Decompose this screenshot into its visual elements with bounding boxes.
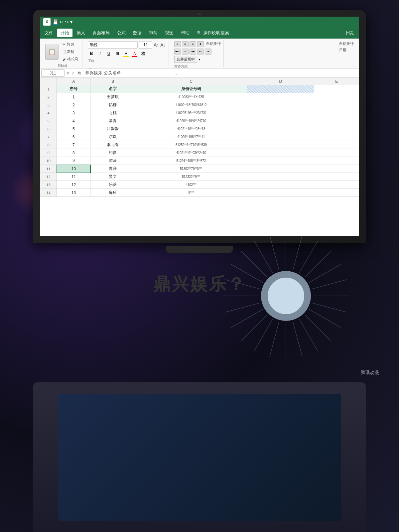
special-format-button[interactable]: 格: [140, 50, 147, 57]
cell-e[interactable]: [314, 157, 359, 165]
cell-id[interactable]: 41029**198**7***11: [135, 133, 247, 141]
menu-formula[interactable]: 公式: [114, 29, 129, 37]
cell-id[interactable]: 410225195****234731: [135, 109, 247, 117]
cell-d[interactable]: [247, 157, 314, 165]
underline-button[interactable]: U: [105, 50, 112, 57]
format-painter-button[interactable]: 🖌 格式刷: [61, 56, 79, 62]
cell-e[interactable]: [314, 93, 359, 101]
cell-d[interactable]: [247, 117, 314, 125]
cell-e[interactable]: [314, 189, 359, 197]
cell-d[interactable]: [247, 173, 314, 181]
save-icon[interactable]: 💾: [53, 19, 58, 25]
align-left[interactable]: ⬅≡: [174, 49, 181, 55]
cell-name[interactable]: 之桃: [90, 109, 135, 117]
cell-name[interactable]: 忆柳: [90, 101, 135, 109]
cell-seq[interactable]: 9: [57, 157, 90, 165]
menu-data[interactable]: 数据: [130, 29, 145, 37]
align-top-center[interactable]: ≡: [182, 41, 189, 47]
cell-seq[interactable]: 4: [57, 117, 90, 125]
cell-name[interactable]: 尔岚: [90, 133, 135, 141]
paste-button[interactable]: 📋: [45, 44, 59, 60]
col-header-c[interactable]: C: [135, 78, 247, 85]
cell-name[interactable]: 痴环: [90, 189, 135, 197]
menu-search[interactable]: 🔍 操作说明搜索: [194, 29, 232, 37]
menu-page-layout[interactable]: 页面布局: [89, 29, 113, 37]
cell-id[interactable]: 41021419****23**18: [135, 125, 247, 133]
cell-e[interactable]: [314, 141, 359, 149]
fill-color-button[interactable]: A: [122, 50, 130, 57]
border-button[interactable]: ⊞: [114, 50, 121, 57]
cell-seq[interactable]: 3: [57, 109, 90, 117]
cell-seq[interactable]: 1: [57, 93, 90, 101]
cell-e[interactable]: [314, 117, 359, 125]
col-header-e[interactable]: E: [314, 78, 359, 85]
cell-id[interactable]: 51291**198***3**572: [135, 157, 247, 165]
align-top-right[interactable]: ≡: [190, 41, 196, 47]
cell-name[interactable]: 初夏: [90, 149, 135, 157]
cancel-icon[interactable]: ✕: [66, 70, 70, 76]
menu-file[interactable]: 文件: [41, 29, 57, 37]
cell-d[interactable]: [247, 93, 314, 101]
menu-home[interactable]: 开始: [57, 29, 72, 37]
bold-button[interactable]: B: [88, 50, 95, 57]
cell-name[interactable]: 慕青: [90, 117, 135, 125]
cell-d[interactable]: [247, 133, 314, 141]
cell-d[interactable]: [247, 125, 314, 133]
cell-id[interactable]: 51302**79**0***: [135, 165, 247, 173]
font-shrink[interactable]: A↓: [160, 42, 166, 48]
cell-seq[interactable]: 7: [57, 141, 90, 149]
cell-name[interactable]: 李元春: [90, 141, 135, 149]
cell-e[interactable]: [314, 173, 359, 181]
font-color-button[interactable]: A: [131, 50, 138, 57]
cell-e[interactable]: [314, 165, 359, 173]
cell-seq[interactable]: 13: [57, 189, 90, 197]
cell-seq[interactable]: 12: [57, 181, 90, 189]
cell-e[interactable]: [314, 125, 359, 133]
cell-name[interactable]: 傲珊: [90, 165, 135, 173]
menu-help[interactable]: 帮助: [178, 29, 193, 37]
redo-icon[interactable]: ↪: [65, 19, 69, 25]
undo-icon[interactable]: ↩: [60, 19, 64, 25]
cell-id[interactable]: 4102***: [135, 181, 247, 189]
cell-id[interactable]: 51259**1**710*9**539: [135, 141, 247, 149]
cell-id[interactable]: 41021***9**C9**2410: [135, 149, 247, 157]
cell-seq[interactable]: 11: [57, 173, 90, 181]
cell-d[interactable]: [247, 189, 314, 197]
menu-review[interactable]: 审阅: [146, 29, 161, 37]
merge-dropdown[interactable]: ▾: [199, 58, 200, 61]
cell-d[interactable]: [247, 101, 314, 109]
cell-d[interactable]: [247, 109, 314, 117]
cell-id[interactable]: 身份证号码: [135, 85, 247, 93]
cell-name[interactable]: 曼文: [90, 173, 135, 181]
copy-button[interactable]: ⬚ 复制: [61, 49, 79, 55]
cell-name[interactable]: 王梦琪: [90, 93, 135, 101]
cell-name[interactable]: 乐菱: [90, 181, 135, 189]
align-top-left[interactable]: ≡: [174, 41, 181, 47]
cell-seq[interactable]: 6: [57, 133, 90, 141]
cell-seq[interactable]: 8: [57, 149, 90, 157]
cell-id[interactable]: 41020***19*0**24710: [135, 117, 247, 125]
cell-d[interactable]: [247, 85, 314, 93]
cell-id[interactable]: 41002**18*703*61812: [135, 101, 247, 109]
cell-seq[interactable]: 2: [57, 101, 90, 109]
cell-id[interactable]: 410283****1X*735: [135, 93, 247, 101]
confirm-icon[interactable]: ✓: [71, 70, 75, 76]
cell-d[interactable]: [247, 149, 314, 157]
cell-e[interactable]: [314, 149, 359, 157]
col-header-a[interactable]: A: [57, 78, 90, 85]
menu-insert[interactable]: 插入: [73, 29, 88, 37]
font-grow[interactable]: A↑: [154, 42, 159, 48]
cell-id[interactable]: 512322**9***: [135, 173, 247, 181]
cell-e[interactable]: [314, 109, 359, 117]
cell-e[interactable]: [314, 101, 359, 109]
italic-button[interactable]: I: [96, 50, 104, 57]
indent-increase[interactable]: ⇥: [205, 49, 211, 55]
align-center[interactable]: ≡: [182, 49, 189, 55]
dropdown-icon[interactable]: ▾: [70, 19, 72, 25]
cell-d[interactable]: [247, 165, 314, 173]
cell-d[interactable]: [247, 141, 314, 149]
merge-center-button[interactable]: 合并后居中: [174, 56, 197, 63]
col-header-b[interactable]: B: [90, 78, 135, 85]
cell-d[interactable]: [247, 181, 314, 189]
indent-decrease[interactable]: ⇤: [197, 49, 204, 55]
